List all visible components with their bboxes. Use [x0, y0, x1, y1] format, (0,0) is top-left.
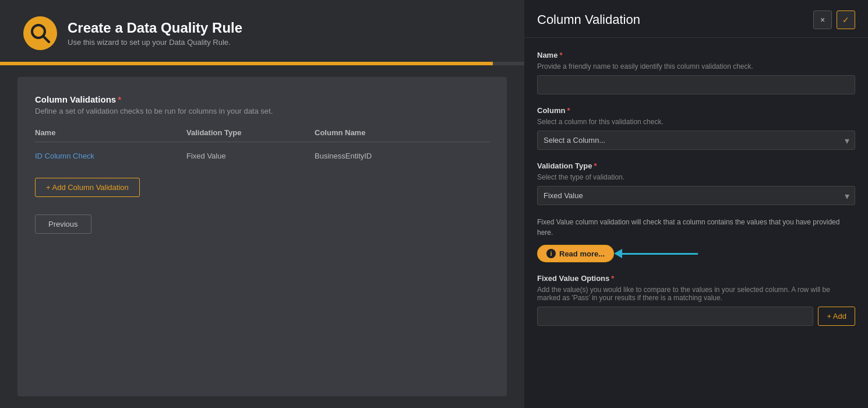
validation-type-label: Validation Type*	[537, 161, 855, 170]
section-desc: Define a set of validation checks to be …	[35, 107, 489, 115]
add-value-button[interactable]: + Add	[818, 307, 855, 326]
row-column-name: BusinessEntityID	[315, 152, 489, 160]
read-more-button[interactable]: i Read more...	[537, 245, 614, 262]
right-panel-header: Column Validation × ✓	[524, 0, 868, 38]
col-header-column: Column Name	[315, 128, 489, 137]
progress-bar-container	[0, 62, 524, 65]
right-panel-body: Name* Provide a friendly name to easily …	[524, 38, 868, 408]
confirm-button[interactable]: ✓	[837, 10, 855, 29]
name-desc: Provide a friendly name to easily identi…	[537, 62, 855, 71]
arrow-tip	[614, 249, 622, 258]
section-title: Column Validations*	[35, 94, 489, 104]
arrow-shaft	[622, 253, 698, 255]
page-subtitle: Use this wizard to set up your Data Qual…	[68, 38, 242, 47]
required-asterisk: *	[118, 94, 121, 104]
row-name[interactable]: ID Column Check	[35, 152, 186, 160]
svg-line-1	[43, 36, 49, 42]
fixed-value-options-group: Fixed Value Options* Add the value(s) yo…	[537, 274, 855, 326]
column-desc: Select a column for this validation chec…	[537, 118, 855, 126]
fixed-value-options-desc: Add the value(s) you would like to compa…	[537, 286, 855, 302]
info-icon: i	[546, 249, 556, 258]
col-header-validation: Validation Type	[186, 128, 315, 137]
validation-info: Fixed Value column validation will check…	[537, 217, 855, 238]
col-header-name: Name	[35, 128, 186, 137]
right-panel-actions: × ✓	[813, 10, 855, 29]
column-label: Column*	[537, 106, 855, 115]
app-logo	[23, 16, 57, 50]
fixed-value-input[interactable]	[537, 307, 813, 326]
column-select[interactable]: Select a Column...	[537, 131, 855, 150]
right-panel: Column Validation × ✓ Name* Provide a fr…	[524, 0, 868, 408]
name-field-group: Name* Provide a friendly name to easily …	[537, 51, 855, 94]
name-label: Name*	[537, 51, 855, 59]
validation-type-select[interactable]: Fixed Value Not Null Regular Expression …	[537, 186, 855, 205]
close-button[interactable]: ×	[813, 10, 832, 29]
name-input[interactable]	[537, 75, 855, 94]
table-header: Name Validation Type Column Name	[35, 128, 489, 142]
previous-button[interactable]: Previous	[35, 214, 91, 234]
table-row: ID Column Check Fixed Value BusinessEnti…	[35, 147, 489, 165]
progress-bar-fill	[0, 62, 493, 65]
column-select-wrapper: Select a Column...	[537, 131, 855, 150]
fixed-value-options-label: Fixed Value Options*	[537, 274, 855, 283]
validation-type-select-wrapper: Fixed Value Not Null Regular Expression …	[537, 186, 855, 205]
header-text: Create a Data Quality Rule Use this wiza…	[68, 20, 242, 47]
right-panel-title: Column Validation	[537, 12, 640, 27]
header-section: Create a Data Quality Rule Use this wiza…	[0, 0, 524, 62]
page-title: Create a Data Quality Rule	[68, 20, 242, 36]
validation-type-desc: Select the type of validation.	[537, 173, 855, 181]
arrow-annotation	[614, 249, 698, 258]
row-validation-type: Fixed Value	[186, 152, 315, 160]
left-panel: Create a Data Quality Rule Use this wiza…	[0, 0, 524, 408]
main-content: Column Validations* Define a set of vali…	[17, 77, 507, 396]
read-more-outer: i Read more...	[537, 245, 855, 262]
fixed-value-options-row: + Add	[537, 307, 855, 326]
validation-type-field-group: Validation Type* Select the type of vali…	[537, 161, 855, 205]
add-column-validation-button[interactable]: + Add Column Validation	[35, 178, 140, 197]
column-field-group: Column* Select a column for this validat…	[537, 106, 855, 150]
